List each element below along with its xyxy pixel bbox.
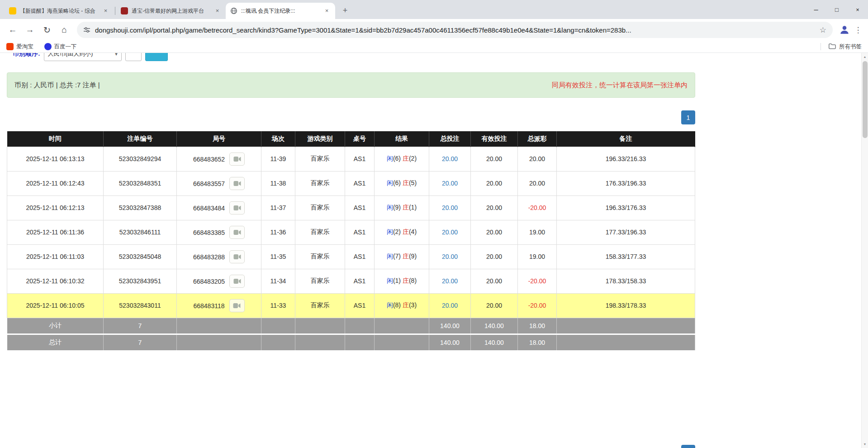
- cell-note: 177.33/196.33: [557, 220, 695, 244]
- subtotal-empty-cell: [345, 318, 375, 334]
- forum-favicon: [9, 7, 16, 14]
- result-player: 闲(7): [387, 253, 401, 260]
- total-count: 7: [104, 334, 177, 350]
- subtotal-empty-cell: [557, 318, 695, 334]
- result-player: 闲(6): [387, 155, 401, 162]
- minimize-button[interactable]: ─: [806, 0, 826, 19]
- total-valid-bet: 140.00: [471, 334, 518, 350]
- column-header: 时间: [7, 131, 104, 147]
- page-1-button-bottom[interactable]: 1: [681, 445, 695, 448]
- filter-mini-field[interactable]: [125, 53, 142, 61]
- globe-favicon: [230, 7, 237, 14]
- video-replay-button[interactable]: [229, 250, 245, 263]
- table-row: 2025-12-11 06:10:05523032843011668483118…: [7, 293, 695, 318]
- back-button[interactable]: ←: [5, 22, 21, 38]
- bet-records-table: 时间注单编号局号场次游戏类别桌号结果总投注有效投注总派彩备注 2025-12-1…: [7, 131, 695, 350]
- column-header: 总派彩: [518, 131, 557, 147]
- page-1-button[interactable]: 1: [681, 110, 695, 124]
- search-submit-button[interactable]: [145, 53, 168, 61]
- cell-result: 闲(2) 庄(4): [375, 220, 429, 244]
- tab-bet-records[interactable]: :::视讯 会员下注纪录::: ×: [226, 3, 335, 19]
- subtotal-valid-bet: 140.00: [471, 318, 518, 334]
- cell-time: 2025-12-11 06:11:03: [7, 244, 104, 269]
- url-text[interactable]: dongshouji.com/ipl/portal.php/game/betre…: [95, 26, 814, 34]
- cell-time: 2025-12-11 06:10:32: [7, 269, 104, 293]
- video-icon: [233, 205, 241, 211]
- tab-close-icon[interactable]: ×: [323, 7, 331, 15]
- bookmark-label: 爱淘宝: [16, 43, 33, 51]
- video-replay-button[interactable]: [229, 275, 245, 288]
- round-number: 668483557: [193, 180, 225, 187]
- table-row: 2025-12-11 06:12:43523032848351668483557…: [7, 171, 695, 195]
- menu-kebab-icon[interactable]: ⋮: [853, 25, 863, 35]
- cell-result: 闲(6) 庄(5): [375, 171, 429, 195]
- cell-session: 11-37: [261, 195, 295, 220]
- table-row: 2025-12-11 06:11:36523032846111668483385…: [7, 220, 695, 244]
- cell-total-bet: 20.00: [429, 244, 471, 269]
- cell-game-type: 百家乐: [295, 244, 345, 269]
- tab-forum[interactable]: 【新提醒】海燕策略论坛 - 综合 ×: [5, 3, 114, 19]
- video-replay-button[interactable]: [229, 201, 245, 214]
- table-header: 时间注单编号局号场次游戏类别桌号结果总投注有效投注总派彩备注: [7, 131, 695, 147]
- bookmark-star-icon[interactable]: ☆: [820, 25, 826, 35]
- cell-payout: 20.00: [518, 147, 557, 171]
- total-empty-cell: [345, 334, 375, 350]
- sort-order-select[interactable]: 人民币(由大到小) ▾: [44, 53, 122, 61]
- cell-bet-id: 523032849294: [104, 147, 177, 171]
- cell-table-no: AS1: [345, 293, 375, 318]
- tab-close-icon[interactable]: ×: [102, 7, 109, 15]
- profile-avatar[interactable]: [837, 23, 852, 37]
- close-window-button[interactable]: ×: [847, 0, 868, 19]
- summary-warning-text: 同局有效投注，统一计算在该局第一张注单内: [552, 81, 688, 90]
- column-header: 总投注: [429, 131, 471, 147]
- tab-title: :::视讯 会员下注纪录:::: [241, 7, 319, 15]
- scrollbar-thumb[interactable]: [863, 61, 868, 138]
- cell-valid-bet: 20.00: [471, 293, 518, 318]
- cell-time: 2025-12-11 06:12:43: [7, 171, 104, 195]
- round-number: 668483205: [193, 277, 225, 285]
- result-player: 闲(8): [387, 301, 401, 309]
- cell-time: 2025-12-11 06:12:13: [7, 195, 104, 220]
- scroll-down-icon[interactable]: ▼: [862, 441, 868, 448]
- cell-session: 11-34: [261, 269, 295, 293]
- tab-tongbao[interactable]: 通宝-信誉最好的网上游戏平台 ×: [116, 3, 226, 19]
- round-number: 668483652: [193, 155, 225, 162]
- forward-button[interactable]: →: [22, 22, 38, 38]
- cell-payout: -20.00: [518, 293, 557, 318]
- vertical-scrollbar[interactable]: ▲ ▼: [861, 53, 868, 448]
- home-button[interactable]: ⌂: [56, 22, 72, 38]
- all-bookmarks-label: 所有书签: [839, 43, 862, 51]
- cell-total-bet: 20.00: [429, 293, 471, 318]
- scroll-up-icon[interactable]: ▲: [862, 53, 868, 60]
- site-info-icon[interactable]: [83, 26, 90, 33]
- taobao-icon: [6, 43, 14, 50]
- new-tab-button[interactable]: +: [339, 4, 351, 17]
- video-replay-button[interactable]: [229, 177, 245, 190]
- round-number: 668483118: [193, 302, 224, 309]
- cell-bet-id: 523032848351: [104, 171, 177, 195]
- bookmark-aitaobao[interactable]: 爱淘宝: [6, 43, 33, 51]
- reload-button[interactable]: ↻: [39, 22, 55, 38]
- cell-bet-id: 523032843951: [104, 269, 177, 293]
- column-header: 备注: [557, 131, 695, 147]
- all-bookmarks[interactable]: 所有书签: [821, 43, 862, 51]
- baidu-icon: [44, 43, 52, 50]
- address-bar[interactable]: dongshouji.com/ipl/portal.php/game/betre…: [77, 22, 833, 38]
- cell-bet-id: 523032846111: [104, 220, 177, 244]
- cell-valid-bet: 20.00: [471, 269, 518, 293]
- video-replay-button[interactable]: [229, 153, 245, 166]
- video-replay-button[interactable]: [229, 226, 245, 239]
- cell-total-bet: 20.00: [429, 269, 471, 293]
- cell-result: 闲(6) 庄(2): [375, 147, 429, 171]
- subtotal-empty-cell: [177, 318, 261, 334]
- result-player: 闲(1): [387, 277, 401, 284]
- maximize-button[interactable]: □: [826, 0, 847, 19]
- cell-session: 11-38: [261, 171, 295, 195]
- cell-valid-bet: 20.00: [471, 244, 518, 269]
- bookmark-baidu[interactable]: 百度一下: [44, 43, 77, 51]
- video-replay-button[interactable]: [229, 299, 245, 312]
- tab-close-icon[interactable]: ×: [213, 7, 221, 15]
- total-empty-cell: [375, 334, 429, 350]
- total-empty-cell: [557, 334, 695, 350]
- sort-order-value: 人民币(由大到小): [48, 53, 93, 58]
